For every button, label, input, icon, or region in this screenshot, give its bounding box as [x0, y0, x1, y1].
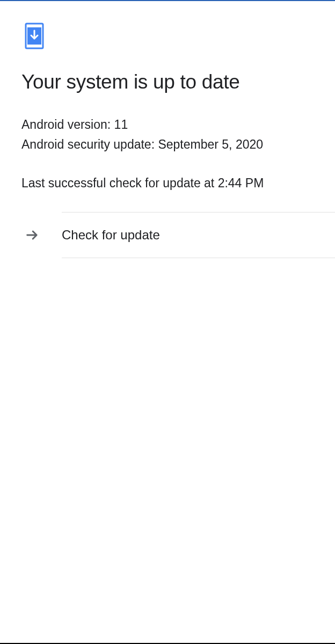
security-update-text: Android security update: September 5, 20… — [21, 135, 314, 155]
last-check-text: Last successful check for update at 2:44… — [21, 176, 314, 191]
system-info-block: Android version: 11 Android security upd… — [21, 115, 314, 155]
check-for-update-label: Check for update — [62, 228, 160, 243]
arrow-right-icon — [25, 228, 40, 243]
system-update-icon — [25, 23, 44, 49]
android-version-text: Android version: 11 — [21, 115, 314, 135]
check-for-update-button[interactable]: Check for update — [62, 212, 335, 258]
page-title: Your system is up to date — [21, 71, 314, 93]
